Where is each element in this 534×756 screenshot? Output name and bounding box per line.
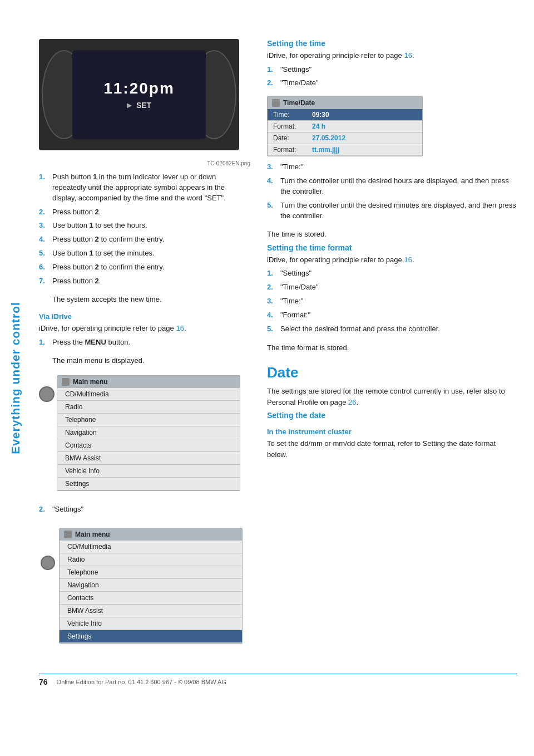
rf-step-3: 3. "Time:" bbox=[267, 296, 517, 307]
setting-time-heading: Setting the time bbox=[267, 39, 517, 48]
step7-subtext: The system accepts the new time. bbox=[52, 294, 250, 305]
rt-step4-text: Turn the controller until the desired ho… bbox=[280, 176, 517, 197]
rf-step-1: 1. "Settings" bbox=[267, 268, 517, 279]
menu2-item-3: Navigation bbox=[60, 579, 242, 592]
vi-step1-num: 1. bbox=[39, 337, 50, 348]
step4-text: Press button 2 to confirm the entry. bbox=[52, 234, 164, 245]
rt-steps-list: 1. "Settings" 2. "Time/Date" bbox=[267, 65, 517, 89]
vi-step1-sub: The main menu is displayed. bbox=[52, 356, 250, 366]
menu1-knob bbox=[39, 386, 55, 402]
setting-time-intro: iDrive, for operating principle refer to… bbox=[267, 50, 517, 61]
rf-step1-num: 1. bbox=[267, 268, 278, 279]
td-title-bar: Time/Date bbox=[268, 97, 422, 109]
td-value-0: 09:30 bbox=[312, 111, 329, 119]
format-stored: The time format is stored. bbox=[267, 342, 517, 354]
right-column: Setting the time iDrive, for operating p… bbox=[267, 39, 517, 651]
menu1-item-5: BMW Assist bbox=[57, 452, 240, 465]
menu2-knob bbox=[41, 556, 55, 570]
menu2-title: Main menu bbox=[75, 531, 110, 538]
rf-step4-num: 4. bbox=[267, 310, 278, 321]
menu2-item-1: Radio bbox=[60, 553, 242, 566]
menu2-title-bar: Main menu bbox=[60, 528, 242, 541]
rt-step-1: 1. "Settings" bbox=[267, 65, 517, 75]
rf-step2-text: "Time/Date" bbox=[280, 282, 319, 293]
menu2-item-5: BMW Assist bbox=[60, 605, 242, 617]
setting-format-page-link[interactable]: 16 bbox=[404, 256, 412, 264]
menu2-item-2: Telephone bbox=[60, 566, 242, 579]
rt-step2-num: 2. bbox=[267, 78, 278, 89]
step-1: 1. Push button 1 in the turn indicator l… bbox=[39, 172, 250, 204]
setting-time-page-link[interactable]: 16 bbox=[404, 51, 412, 60]
footer-text: Online Edition for Part no. 01 41 2 600 … bbox=[57, 679, 226, 685]
rf-step4-text: "Format:" bbox=[280, 310, 310, 321]
step-2: 2. Press button 2. bbox=[39, 207, 250, 218]
time-stored: The time is stored. bbox=[267, 229, 517, 240]
rf-step-5: 5. Select the desired format and press t… bbox=[267, 324, 517, 335]
td-label-3: Format: bbox=[273, 146, 312, 154]
step7-num: 7. bbox=[39, 276, 50, 287]
step3-num: 3. bbox=[39, 220, 50, 231]
image-caption: TC-02082EN.png bbox=[39, 160, 250, 166]
menu1-item-7: Settings bbox=[57, 478, 240, 490]
vi-step2-text: "Settings" bbox=[52, 504, 83, 515]
td-row-0: Time: 09:30 bbox=[268, 109, 422, 121]
rf-step5-num: 5. bbox=[267, 324, 278, 335]
setting-format-intro: iDrive, for operating principle refer to… bbox=[267, 254, 517, 266]
setting-date-heading: Setting the date bbox=[267, 411, 517, 420]
via-idrive-steps: 1. Press the MENU button. bbox=[39, 337, 250, 348]
vi-step-2: 2. "Settings" bbox=[39, 504, 250, 515]
via-idrive-intro: iDrive, for operating principle refer to… bbox=[39, 323, 250, 334]
step6-num: 6. bbox=[39, 262, 50, 273]
vi-step-1: 1. Press the MENU button. bbox=[39, 337, 250, 348]
rf-step-2: 2. "Time/Date" bbox=[267, 282, 517, 293]
menu2-icon bbox=[64, 531, 72, 538]
menu2-container: Main menu CD/Multimedia Radio Telephone … bbox=[39, 522, 250, 651]
menu1-container: Main menu CD/Multimedia Radio Telephone … bbox=[39, 370, 250, 499]
menu1-item-6: Vehicle Info bbox=[57, 465, 240, 478]
step3-text: Use button 1 to set the hours. bbox=[52, 220, 147, 231]
rt-step5-text: Turn the controller until the desired mi… bbox=[280, 200, 517, 222]
rt-step1-text: "Settings" bbox=[280, 65, 312, 75]
rf-steps-list: 1. "Settings" 2. "Time/Date" 3. "Time:" … bbox=[267, 268, 517, 334]
rf-step1-text: "Settings" bbox=[280, 268, 312, 279]
dashboard-time: 11:20pm bbox=[103, 80, 175, 97]
step6-text: Press button 2 to confirm the entry. bbox=[52, 262, 164, 273]
td-row-3: Format: tt.mm.jjjj bbox=[268, 144, 422, 156]
dashboard-sub: ▶ SET bbox=[127, 101, 151, 110]
td-label-1: Format: bbox=[273, 122, 312, 130]
step-3: 3. Use button 1 to set the hours. bbox=[39, 220, 250, 231]
dashboard-arrow: ▶ bbox=[127, 101, 132, 109]
rt-step3-num: 3. bbox=[267, 162, 278, 173]
menu1-item-0: CD/Multimedia bbox=[57, 388, 240, 401]
step1-text: Push button 1 in the turn indicator leve… bbox=[52, 172, 250, 204]
menu2-item-6: Vehicle Info bbox=[60, 617, 242, 630]
side-label: Everything under control bbox=[9, 302, 22, 454]
step2-num: 2. bbox=[39, 207, 50, 218]
vi-step1-text: Press the MENU button. bbox=[52, 337, 130, 348]
td-icon bbox=[272, 99, 280, 107]
dashboard-set-label: SET bbox=[136, 101, 151, 110]
menu2-item-4: Contacts bbox=[60, 592, 242, 605]
step5-text: Use button 1 to set the minutes. bbox=[52, 248, 155, 259]
setting-format-heading: Setting the time format bbox=[267, 243, 517, 252]
timedate-screenshot: Time/Date Time: 09:30 Format: 24 h Date:… bbox=[267, 96, 423, 156]
step-7: 7. Press button 2. bbox=[39, 276, 250, 287]
td-label-0: Time: bbox=[273, 111, 312, 119]
menu1-screenshot: Main menu CD/Multimedia Radio Telephone … bbox=[57, 375, 240, 491]
step4-num: 4. bbox=[39, 234, 50, 245]
rt-step2-text: "Time/Date" bbox=[280, 78, 319, 89]
td-row-1: Format: 24 h bbox=[268, 121, 422, 132]
date-page-link[interactable]: 26 bbox=[348, 398, 356, 406]
step1-num: 1. bbox=[39, 172, 50, 204]
menu1-item-4: Contacts bbox=[57, 439, 240, 452]
td-title: Time/Date bbox=[283, 99, 315, 107]
rt-step3-text: "Time:" bbox=[280, 162, 303, 173]
menu1-item-1: Radio bbox=[57, 401, 240, 414]
td-value-2: 27.05.2012 bbox=[312, 134, 345, 142]
step5-num: 5. bbox=[39, 248, 50, 259]
left-column: 11:20pm ▶ SET TC-02082EN.png 1. Push but… bbox=[39, 39, 250, 651]
via-idrive-page-link[interactable]: 16 bbox=[176, 324, 184, 332]
menu2-screenshot: Main menu CD/Multimedia Radio Telephone … bbox=[59, 528, 243, 644]
footer: 76 Online Edition for Part no. 01 41 2 6… bbox=[39, 674, 517, 686]
footer-page-number: 76 bbox=[39, 678, 48, 686]
